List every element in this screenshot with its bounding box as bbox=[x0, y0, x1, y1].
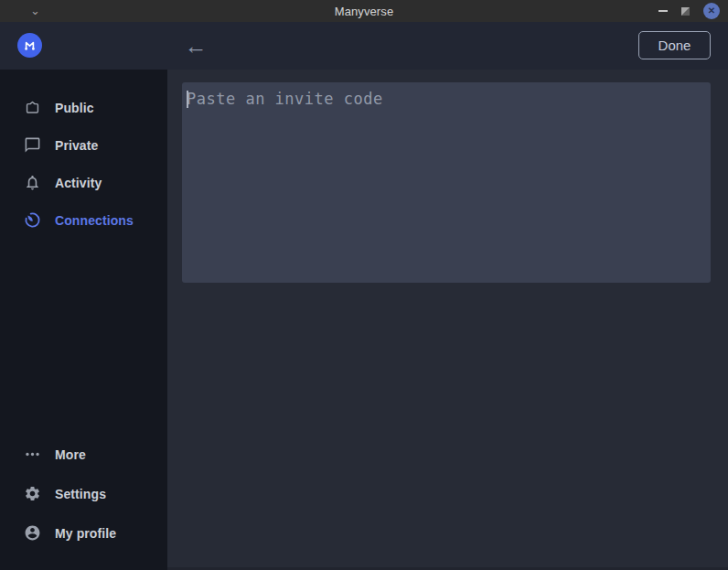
close-icon[interactable]: ✕ bbox=[703, 3, 720, 19]
private-icon bbox=[24, 136, 41, 154]
sidebar-item-label: Activity bbox=[55, 176, 102, 190]
unmaximize-icon[interactable] bbox=[681, 7, 690, 16]
sidebar-item-activity[interactable]: Activity bbox=[0, 164, 167, 201]
sidebar-item-settings[interactable]: Settings bbox=[0, 474, 167, 513]
sidebar-item-private[interactable]: Private bbox=[0, 126, 167, 164]
window-menu-chevron-icon[interactable]: ⌄ bbox=[30, 1, 40, 21]
manyverse-logo-icon bbox=[17, 33, 42, 58]
sidebar-item-label: Settings bbox=[55, 487, 106, 501]
connections-icon bbox=[24, 211, 41, 229]
activity-icon bbox=[24, 174, 41, 191]
sidebar-item-public[interactable]: Public bbox=[0, 89, 167, 126]
settings-icon bbox=[24, 485, 41, 502]
sidebar: Public Private Activity bbox=[0, 70, 167, 570]
sidebar-item-label: Public bbox=[55, 101, 94, 115]
sidebar-item-label: More bbox=[55, 447, 86, 462]
invite-code-input[interactable] bbox=[182, 82, 711, 283]
sidebar-item-more[interactable]: More bbox=[0, 435, 167, 474]
window-title: Manyverse bbox=[0, 5, 728, 18]
sidebar-spacer bbox=[0, 239, 167, 435]
more-icon bbox=[24, 446, 41, 463]
minimize-icon[interactable] bbox=[658, 10, 668, 12]
sidebar-item-my-profile[interactable]: My profile bbox=[0, 513, 167, 553]
sidebar-item-label: Private bbox=[55, 138, 98, 153]
window-controls: ✕ bbox=[658, 0, 720, 22]
sidebar-item-connections[interactable]: Connections bbox=[0, 201, 167, 239]
sidebar-bottom-nav: More Settings My profile bbox=[0, 435, 167, 570]
done-button[interactable]: Done bbox=[638, 31, 711, 59]
sidebar-item-label: Connections bbox=[55, 213, 134, 228]
main-content bbox=[167, 70, 728, 570]
sidebar-item-label: My profile bbox=[55, 526, 116, 541]
public-icon bbox=[24, 99, 41, 116]
sidebar-main-nav: Public Private Activity bbox=[0, 70, 167, 239]
profile-icon bbox=[24, 524, 41, 542]
app-header: ← Done bbox=[0, 22, 728, 70]
titlebar: ⌄ Manyverse ✕ bbox=[0, 0, 728, 22]
back-arrow-icon[interactable]: ← bbox=[183, 31, 209, 60]
